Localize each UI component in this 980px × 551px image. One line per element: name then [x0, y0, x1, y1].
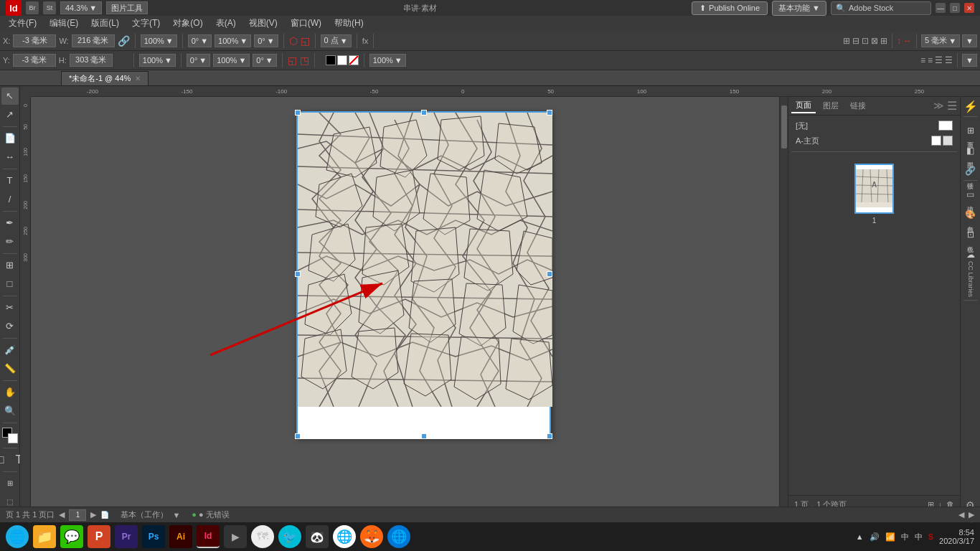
panel-menu-button[interactable]: ≫ ☰ — [933, 99, 957, 113]
master-none-item[interactable]: [无] — [791, 118, 957, 133]
eyedropper-tool[interactable]: 💉 — [1, 342, 19, 359]
taskbar-chrome[interactable]: 🌐 — [333, 525, 356, 548]
tab-layers[interactable]: 图层 — [819, 99, 843, 113]
tb2-icon4[interactable]: ☰ — [945, 55, 953, 65]
stroke-swatch[interactable] — [326, 55, 336, 65]
tb2-icon2[interactable]: ≡ — [928, 55, 933, 65]
tab-links[interactable]: 链接 — [846, 99, 870, 113]
menu-help[interactable]: 帮助(H) — [329, 16, 369, 31]
handle-tl[interactable] — [295, 110, 301, 116]
menu-table[interactable]: 表(A) — [210, 16, 242, 31]
size-combo[interactable]: 5 毫米▼ — [921, 34, 960, 47]
canvas-area[interactable] — [31, 97, 779, 514]
menu-window[interactable]: 窗口(W) — [285, 16, 327, 31]
taskbar-network2[interactable]: 🌐 — [387, 525, 410, 548]
vscroll-thumb[interactable] — [781, 105, 787, 149]
color-fill-stroke[interactable] — [2, 428, 18, 443]
menu-edit[interactable]: 编辑(E) — [44, 16, 84, 31]
fill-swatch[interactable] — [337, 55, 347, 65]
align-icon4[interactable]: ⊠ — [871, 36, 878, 46]
handle-ml[interactable] — [295, 271, 301, 277]
links-icon-btn[interactable]: 🔗 链接 — [965, 166, 976, 177]
sys-arrow-icon[interactable]: ▲ — [856, 532, 864, 541]
color-icon-btn[interactable]: 🎨 颜色 — [965, 209, 976, 221]
line-tool[interactable]: / — [1, 191, 19, 208]
page-tool[interactable]: 📄 — [1, 130, 19, 147]
handle-bc[interactable] — [421, 433, 427, 439]
handle-tc[interactable] — [421, 110, 427, 116]
extra-combo[interactable]: ▼ — [962, 34, 977, 47]
angle3-combo[interactable]: 0°▼ — [187, 54, 210, 67]
gap-tool[interactable]: ↔ — [1, 149, 19, 166]
ime-label[interactable]: 中 — [901, 532, 909, 542]
measure-tool[interactable]: 📏 — [1, 360, 19, 377]
scroll-right-btn[interactable]: ▶ — [969, 510, 974, 519]
select-tool[interactable]: ↖ — [1, 88, 19, 105]
antivirus-icon[interactable]: S — [928, 532, 933, 541]
angle4-combo[interactable]: 0°▼ — [253, 54, 276, 67]
tab-close-button[interactable]: ✕ — [135, 75, 141, 83]
text-tool[interactable]: T — [1, 172, 19, 189]
scroll-left-btn[interactable]: ◀ — [958, 510, 964, 519]
handle-br[interactable] — [547, 433, 552, 439]
publish-online-button[interactable]: ⬆ Publish Online — [692, 1, 768, 15]
pages-icon-btn[interactable]: ⊞ 页面 — [966, 126, 975, 137]
menu-view[interactable]: 视图(V) — [243, 16, 283, 31]
taskbar-network[interactable]: 🌐 — [6, 525, 29, 548]
taskbar-video[interactable]: ▶ — [224, 525, 247, 548]
pen-tool[interactable]: ✒ — [1, 215, 19, 232]
normal-view-button[interactable]: □ — [0, 451, 9, 468]
menu-file[interactable]: 文件(F) — [3, 16, 42, 31]
size-icon[interactable]: ↕ — [897, 36, 901, 46]
minimize-button[interactable]: — — [936, 3, 946, 13]
page-1-thumbnail[interactable]: A — [854, 164, 894, 214]
taskbar-wechat[interactable]: 💬 — [60, 525, 83, 548]
align-icon2[interactable]: ⊟ — [852, 36, 859, 46]
pt-combo[interactable]: 0 点▼ — [321, 34, 352, 47]
taskbar-premiere[interactable]: Pr — [115, 525, 138, 548]
pct4-combo[interactable]: 100%▼ — [213, 54, 250, 67]
nav-prev-btn[interactable]: ◀ — [59, 510, 65, 519]
stroke-icon-btn[interactable]: ▭ 描边 — [966, 189, 975, 201]
zoom-tool[interactable]: 🔍 — [1, 402, 19, 420]
x-input[interactable] — [13, 34, 56, 47]
pencil-tool[interactable]: ✏ — [1, 233, 19, 250]
panel-hamburger-icon[interactable]: ☰ — [947, 99, 957, 113]
taskbar-indesign[interactable]: Id — [197, 525, 220, 548]
grid-tool[interactable]: ⊞ — [1, 475, 19, 492]
taskbar-folder[interactable]: 📁 — [33, 525, 56, 548]
y-input[interactable] — [13, 54, 56, 67]
menu-layout[interactable]: 版面(L) — [85, 16, 125, 31]
right-combo[interactable]: ▼ — [962, 54, 977, 67]
none-swatch[interactable] — [349, 55, 359, 65]
taskbar-firefox[interactable]: 🦊 — [360, 525, 383, 548]
tb2-icon3[interactable]: ☰ — [935, 55, 943, 65]
zoom-selector[interactable]: 44.3% ▼ — [60, 1, 102, 14]
frame-tool[interactable]: ⊞ — [1, 257, 19, 274]
cc-libraries-icon-btn[interactable]: ☁ CC Libraries — [966, 250, 975, 297]
handle-mr[interactable] — [547, 271, 552, 277]
vertical-scrollbar[interactable] — [779, 97, 788, 514]
taskbar-panda[interactable]: 🐼 — [306, 525, 329, 548]
pct2-combo[interactable]: 100%▼ — [215, 34, 251, 47]
align-icon3[interactable]: ⊡ — [862, 36, 869, 46]
layers-icon-btn[interactable]: ◧ 图层 — [966, 146, 975, 157]
master-a-item[interactable]: A-主页 — [791, 133, 957, 149]
taskbar-photoshop[interactable]: Ps — [142, 525, 165, 548]
opacity-combo[interactable]: 100%▼ — [369, 54, 406, 67]
volume-icon[interactable]: 🔊 — [870, 532, 880, 542]
lang-label[interactable]: 中 — [915, 532, 923, 542]
tool-group[interactable]: 图片工具 — [106, 1, 148, 14]
size2-icon[interactable]: ↔ — [903, 36, 912, 46]
nav-next-btn[interactable]: ▶ — [90, 510, 96, 519]
handle-tr[interactable] — [547, 110, 552, 116]
menu-object[interactable]: 对象(O) — [167, 16, 208, 31]
maximize-button[interactable]: □ — [950, 3, 960, 13]
profile-dropdown[interactable]: ▼ — [172, 511, 180, 519]
scissors-tool[interactable]: ✂ — [1, 299, 19, 316]
angle2-combo[interactable]: 0°▼ — [254, 34, 278, 47]
scale-y-combo[interactable]: 100%▼ — [139, 54, 176, 67]
handle-bl[interactable] — [295, 433, 301, 439]
lightning-icon[interactable]: ⚡ — [963, 100, 978, 113]
hand-tool[interactable]: ✋ — [1, 384, 19, 401]
